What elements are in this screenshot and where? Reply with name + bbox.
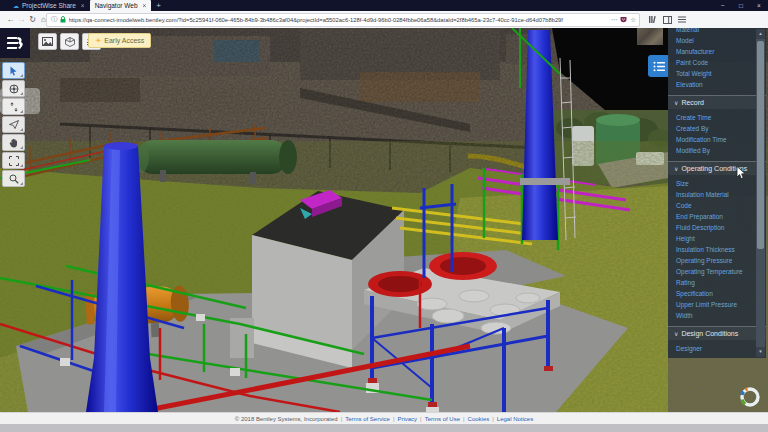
https-lock-icon xyxy=(60,16,66,23)
tab-label: Navigator Web xyxy=(95,2,138,9)
zoom-window-button[interactable] xyxy=(2,170,25,187)
property-item-elevation[interactable]: Elevation xyxy=(668,79,766,90)
property-item-material[interactable]: Material xyxy=(668,28,766,35)
property-item-code[interactable]: Code xyxy=(668,200,766,211)
property-item-height[interactable]: Height xyxy=(668,233,766,244)
property-item-designer[interactable]: Designer xyxy=(668,343,766,354)
property-item-manufacturer[interactable]: Manufacturer xyxy=(668,46,766,57)
scroll-down-arrow[interactable]: ▼ xyxy=(756,347,765,357)
menu-icon[interactable] xyxy=(678,16,686,23)
scroll-up-arrow[interactable]: ▲ xyxy=(756,29,765,39)
property-item-width[interactable]: Width xyxy=(668,310,766,321)
property-item-create-time[interactable]: Create Time xyxy=(668,112,766,123)
property-item-operating-temperature[interactable]: Operating Temperature xyxy=(668,266,766,277)
footer-link-terms-of-use[interactable]: Terms of Use xyxy=(425,416,460,422)
pan-tool-button[interactable] xyxy=(2,134,25,151)
paper-plane-icon xyxy=(9,120,19,129)
reality-mesh-scene xyxy=(0,28,768,412)
close-button[interactable]: × xyxy=(750,0,768,11)
cursor-arrow-icon xyxy=(9,66,18,76)
address-bar[interactable]: ⓘ https://qa-connect-imodelweb.bentley.c… xyxy=(46,13,640,27)
property-item-rating[interactable]: Rating xyxy=(668,277,766,288)
footer-separator: | xyxy=(463,416,465,422)
section-header-operating-conditions[interactable]: ∨Operating Conditions xyxy=(668,161,766,175)
property-item-created-by[interactable]: Created By xyxy=(668,123,766,134)
fly-tool-button[interactable] xyxy=(2,116,25,133)
tab-label: ProjectWise Share xyxy=(22,2,76,9)
browser-window: ☁ ProjectWise Share × Navigator Web × + … xyxy=(0,0,768,432)
property-item-paint-code[interactable]: Paint Code xyxy=(668,57,766,68)
fit-view-button[interactable] xyxy=(2,152,25,169)
property-group: Create Time Created By Modification Time… xyxy=(668,109,766,159)
property-group: Size Insulation Material Code End Prepar… xyxy=(668,175,766,324)
tool-flyout-indicator xyxy=(20,164,23,167)
maximize-button[interactable]: □ xyxy=(732,0,750,11)
photo-truck xyxy=(636,152,664,165)
chevron-down-icon: ∨ xyxy=(674,166,678,172)
close-tab-icon[interactable]: × xyxy=(143,2,147,9)
pocket-icon[interactable] xyxy=(620,16,627,23)
steering-wheel-icon xyxy=(9,84,19,94)
library-icon[interactable] xyxy=(648,15,657,24)
toolbar-right xyxy=(648,15,686,24)
footer-separator: | xyxy=(420,416,422,422)
model-viewport[interactable]: ☀ Early Access xyxy=(0,28,768,412)
properties-toggle-button[interactable] xyxy=(648,55,670,77)
property-item-total-weight[interactable]: Total Weight xyxy=(668,68,766,79)
tool-flyout-indicator xyxy=(20,182,23,185)
window-bottom-edge xyxy=(0,424,768,432)
early-access-badge[interactable]: ☀ Early Access xyxy=(88,33,151,48)
tool-flyout-indicator xyxy=(20,74,23,77)
footer-link-privacy[interactable]: Privacy xyxy=(397,416,417,422)
page-info-icon[interactable]: ⓘ xyxy=(51,15,58,24)
property-item-model[interactable]: Model xyxy=(668,35,766,46)
navigate-tool-button[interactable] xyxy=(2,80,25,97)
tab-projectwise-share[interactable]: ☁ ProjectWise Share × xyxy=(8,0,90,11)
tab-navigator-web[interactable]: Navigator Web × xyxy=(90,0,152,11)
property-item-modified-by[interactable]: Modified By xyxy=(668,145,766,156)
zoom-tool-button[interactable] xyxy=(2,98,25,115)
scrollbar[interactable]: ▲ ▼ xyxy=(756,29,765,357)
property-item-specification[interactable]: Specification xyxy=(668,288,766,299)
footer-separator: | xyxy=(393,416,395,422)
property-item-end-preparation[interactable]: End Preparation xyxy=(668,211,766,222)
close-tab-icon[interactable]: × xyxy=(81,2,85,9)
copyright-text: © 2018 Bentley Systems, Incorporated xyxy=(235,416,338,422)
property-item-fluid-description[interactable]: Fluid Description xyxy=(668,222,766,233)
property-item-insulation-material[interactable]: Insulation Material xyxy=(668,189,766,200)
early-access-label: Early Access xyxy=(104,37,144,44)
window-controls: − □ × xyxy=(714,0,768,11)
section-header-record[interactable]: ∨Record xyxy=(668,95,766,109)
cube-icon xyxy=(65,37,75,47)
bentley-logo[interactable] xyxy=(0,28,30,58)
sun-icon: ☀ xyxy=(95,37,101,45)
tool-flyout-indicator xyxy=(20,110,23,113)
footer-link-legal-notices[interactable]: Legal Notices xyxy=(497,416,533,422)
scrollbar-thumb[interactable] xyxy=(757,41,764,249)
property-item-operating-pressure[interactable]: Operating Pressure xyxy=(668,255,766,266)
footer-separator: | xyxy=(492,416,494,422)
new-tab-button[interactable]: + xyxy=(151,0,166,11)
sidebar-toggle-icon[interactable] xyxy=(663,16,672,24)
loading-ring-logo xyxy=(736,384,762,410)
select-tool-button[interactable] xyxy=(2,62,25,79)
property-item-modification-time[interactable]: Modification Time xyxy=(668,134,766,145)
photo-white-tank xyxy=(572,126,594,166)
magnifier-icon xyxy=(9,174,19,184)
minimize-button[interactable]: − xyxy=(714,0,732,11)
saved-views-button[interactable] xyxy=(38,33,57,50)
property-item-insulation-thickness[interactable]: Insulation Thickness xyxy=(668,244,766,255)
url-text: https://qa-connect-imodelweb.bentley.com… xyxy=(69,17,608,23)
bookmark-star-icon[interactable]: ☆ xyxy=(630,16,636,24)
footer-link-terms-of-service[interactable]: Terms of Service xyxy=(345,416,390,422)
footer-separator: | xyxy=(341,416,343,422)
property-group: Material Model Manufacturer Paint Code T… xyxy=(668,28,766,93)
property-item-upper-limit-pressure[interactable]: Upper Limit Pressure xyxy=(668,299,766,310)
property-item-size[interactable]: Size xyxy=(668,178,766,189)
page-actions-icon[interactable]: ⋯ xyxy=(611,16,618,24)
section-header-design-conditions[interactable]: ∨Design Conditions xyxy=(668,326,766,340)
tool-flyout-indicator xyxy=(20,128,23,131)
footer-link-cookies[interactable]: Cookies xyxy=(468,416,490,422)
photo-thumbnail xyxy=(637,28,663,45)
models-button[interactable] xyxy=(60,33,79,50)
